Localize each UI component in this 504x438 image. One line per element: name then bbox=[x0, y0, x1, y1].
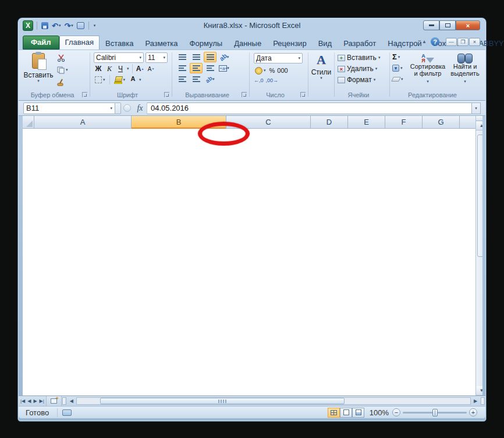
ribbon-tab-Разметка[interactable]: Разметка bbox=[139, 37, 183, 50]
cut-button[interactable] bbox=[56, 52, 69, 63]
formula-input[interactable]: 04.05.2016 bbox=[147, 103, 472, 114]
ribbon-tab-Файл[interactable]: Файл bbox=[23, 36, 59, 50]
accounting-format-button[interactable]: ▾ bbox=[254, 65, 267, 76]
split-handle[interactable] bbox=[476, 116, 482, 121]
increase-decimal-button[interactable]: ←,0 bbox=[254, 77, 264, 83]
minimize-ribbon-icon[interactable]: ▲ bbox=[422, 39, 427, 44]
autosum-button[interactable]: Σ▾ bbox=[392, 52, 403, 62]
ribbon-tab-Формулы[interactable]: Формулы bbox=[184, 37, 229, 50]
ribbon-tab-Вид[interactable]: Вид bbox=[313, 37, 338, 50]
workbook-close-button[interactable]: × bbox=[469, 38, 480, 46]
tab-split-handle[interactable] bbox=[62, 397, 66, 405]
shrink-font-button[interactable]: А bbox=[147, 64, 156, 73]
insert-function-button[interactable]: fx bbox=[133, 103, 147, 114]
wrap-text-button[interactable]: ab▾ bbox=[204, 74, 216, 84]
font-color-button[interactable]: А▾ bbox=[128, 75, 143, 85]
sort-filter-button[interactable]: АЯ Сортировка и фильтр▾ bbox=[410, 51, 446, 89]
styles-button[interactable]: А Стили ▾ bbox=[311, 51, 332, 89]
insert-worksheet-tab[interactable] bbox=[47, 396, 62, 406]
italic-button[interactable]: К bbox=[105, 64, 114, 73]
align-middle-button[interactable] bbox=[190, 52, 203, 62]
zoom-in-button[interactable]: + bbox=[469, 408, 477, 416]
copy-button[interactable]: ▾ bbox=[56, 65, 69, 75]
decrease-decimal-button[interactable]: ,00→ bbox=[266, 77, 279, 83]
font-family-select[interactable]: Calibri▾ bbox=[94, 52, 144, 63]
hscroll-right-button[interactable]: ▶ bbox=[471, 396, 480, 406]
minimize-button[interactable] bbox=[423, 20, 439, 30]
underline-caret[interactable]: ▾ bbox=[127, 67, 129, 70]
decrease-indent-button[interactable] bbox=[176, 74, 189, 84]
fill-button[interactable]: ▼▾ bbox=[392, 63, 403, 73]
prev-sheet-button[interactable]: ◀ bbox=[27, 398, 31, 404]
format-painter-button[interactable] bbox=[56, 77, 69, 87]
delete-cells-button[interactable]: ×Удалить▾ bbox=[338, 64, 388, 73]
macro-record-icon[interactable] bbox=[62, 409, 72, 416]
format-cells-button[interactable]: Формат▾ bbox=[338, 75, 388, 84]
find-select-button[interactable]: Найти и выделить▾ bbox=[447, 51, 483, 89]
horizontal-scroll-thumb[interactable] bbox=[100, 398, 344, 404]
close-button[interactable]: × bbox=[456, 20, 480, 30]
number-dialog-launcher[interactable] bbox=[300, 92, 306, 97]
select-all-corner[interactable] bbox=[23, 116, 34, 129]
column-header-E[interactable]: E bbox=[348, 116, 385, 129]
ribbon-tab-Разработ[interactable]: Разработ bbox=[338, 37, 382, 50]
column-header-C[interactable]: C bbox=[226, 116, 311, 129]
expand-formula-bar-button[interactable]: ▾ bbox=[472, 103, 481, 114]
orientation-button[interactable]: ab▾ bbox=[218, 52, 230, 62]
align-top-button[interactable] bbox=[176, 52, 189, 62]
borders-button[interactable]: ▾ bbox=[94, 75, 107, 85]
help-icon[interactable]: ? bbox=[431, 37, 439, 46]
ribbon-tab-Рецензир[interactable]: Рецензир bbox=[267, 37, 313, 50]
vertical-scroll-thumb[interactable] bbox=[477, 135, 482, 257]
vertical-scrollbar[interactable]: ▲ ▼ bbox=[475, 116, 482, 395]
scroll-up-button[interactable]: ▲ bbox=[476, 121, 482, 130]
merge-center-button[interactable]: +a+▾ bbox=[218, 63, 230, 73]
column-header-partial[interactable] bbox=[460, 116, 475, 129]
grow-font-button[interactable]: А bbox=[136, 64, 145, 73]
number-format-select[interactable]: Дата▾ bbox=[254, 53, 303, 63]
bold-button[interactable]: Ж bbox=[94, 64, 103, 73]
align-left-button[interactable] bbox=[176, 63, 189, 73]
column-header-A[interactable]: A bbox=[34, 116, 132, 129]
ribbon-tab-Данные[interactable]: Данные bbox=[228, 37, 267, 50]
column-header-D[interactable]: D bbox=[311, 116, 348, 129]
name-box-resizer[interactable] bbox=[115, 103, 121, 114]
restore-button[interactable] bbox=[439, 20, 456, 30]
align-bottom-button[interactable] bbox=[204, 52, 216, 62]
fill-color-button[interactable]: ▾ bbox=[113, 75, 127, 85]
zoom-slider-thumb[interactable] bbox=[432, 409, 438, 416]
comma-style-button[interactable]: 000 bbox=[277, 67, 288, 74]
column-header-G[interactable]: G bbox=[423, 116, 460, 129]
scroll-down-button[interactable]: ▼ bbox=[476, 386, 482, 395]
normal-view-button[interactable] bbox=[328, 408, 340, 418]
horizontal-scrollbar[interactable] bbox=[76, 397, 471, 405]
clipboard-dialog-launcher[interactable] bbox=[82, 92, 87, 97]
ribbon-tab-Вставка[interactable]: Вставка bbox=[100, 37, 139, 50]
name-box[interactable]: B11▾ bbox=[23, 103, 115, 114]
align-right-button[interactable] bbox=[204, 63, 216, 73]
underline-button[interactable]: Ч bbox=[116, 64, 125, 73]
workbook-minimize-button[interactable]: — bbox=[446, 38, 457, 46]
ribbon-tab-Главная[interactable]: Главная bbox=[59, 36, 100, 50]
tab-split-handle-right[interactable] bbox=[481, 397, 485, 405]
font-dialog-launcher[interactable] bbox=[164, 92, 169, 97]
page-layout-view-button[interactable] bbox=[340, 408, 352, 418]
font-size-select[interactable]: 11▾ bbox=[145, 52, 168, 63]
page-break-view-button[interactable] bbox=[352, 408, 364, 418]
first-sheet-button[interactable]: |◀ bbox=[20, 398, 25, 404]
column-header-B[interactable]: B bbox=[132, 116, 226, 129]
paste-button[interactable]: Вставить ▾ bbox=[25, 51, 52, 89]
increase-indent-button[interactable] bbox=[190, 74, 203, 84]
workbook-restore-button[interactable]: ❐ bbox=[457, 38, 468, 46]
ribbon-tab-Надстрой[interactable]: Надстрой bbox=[382, 37, 427, 50]
last-sheet-button[interactable]: ▶| bbox=[40, 398, 44, 404]
insert-cells-button[interactable]: +Вставить▾ bbox=[338, 53, 388, 62]
next-sheet-button[interactable]: ▶ bbox=[33, 398, 37, 404]
align-center-button[interactable] bbox=[190, 63, 203, 73]
hscroll-left-button[interactable]: ◀ bbox=[67, 396, 76, 406]
zoom-level[interactable]: 100% bbox=[368, 408, 389, 417]
clear-button[interactable]: ▾ bbox=[392, 74, 403, 84]
zoom-out-button[interactable]: − bbox=[392, 408, 400, 416]
alignment-dialog-launcher[interactable] bbox=[242, 92, 247, 97]
column-header-F[interactable]: F bbox=[385, 116, 423, 129]
